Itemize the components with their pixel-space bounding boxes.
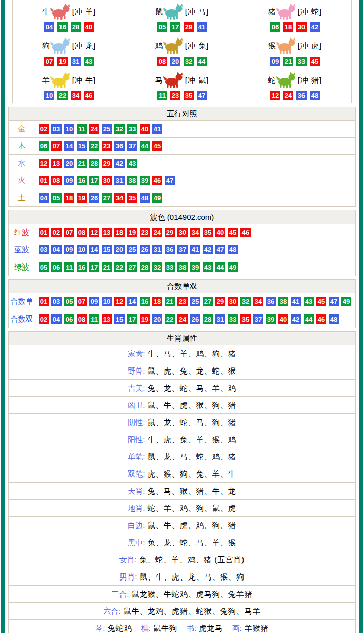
row-numbers: 0204060811131517192022242628313335373940… [35,310,341,328]
number-badge: 09 [64,245,74,254]
bose-rows: 红波 0102070812131819232429303435404546 蓝波… [9,224,355,276]
number-badge: 18 [114,228,125,237]
zodiac-numbers: 12243648 [269,91,321,100]
zodiac-cell-header: 鼠 [冲 马] [155,3,209,20]
number-badge: 33 [296,57,307,66]
number-badge: 43 [203,262,213,272]
number-badge: 45 [228,228,238,237]
zodiac-clash: [冲 兔] [185,42,209,49]
row-label: 火 [9,172,35,189]
number-badge: 40 [84,22,94,32]
attribute-row: 阴性: 鼠、龙、蛇、马、狗、猪 [9,414,355,431]
attribute-value: 兔、龙、蛇、马、羊、鸡 [145,384,236,392]
number-badge: 48 [310,91,320,100]
zodiac-numbers: 06183042 [269,22,321,32]
attribute-label: 棋: [141,624,151,632]
zodiac-clash: [冲 虎] [298,42,322,49]
attribute-label: 地肖: [128,504,145,512]
number-badge: 10 [64,124,74,134]
number-badge: 06 [270,22,280,32]
number-badge: 32 [184,57,194,66]
attribute-value: 兔、蛇、羊、鸡、猪 (五宫肖) [137,555,245,564]
number-badge: 10 [102,297,112,306]
attribute-value: 羊猴猪 [242,624,269,632]
number-badge: 46 [152,176,162,185]
zodiac-numbers: 10223446 [43,91,95,100]
wuxing-section-title: 五行对照 [9,107,355,121]
number-badge: 20 [114,245,125,254]
zodiac-cell: 狗 [冲 龙] 07193143 [13,34,126,69]
zodiac-cell: 羊 [冲 牛] 10223446 [13,69,126,103]
attribute-label: 阳性: [128,435,145,444]
attribute-value: 虎龙马 [196,624,223,632]
number-badge: 17 [89,176,99,185]
snake-icon [276,71,297,88]
attribute-segment: 三合: 鼠龙猴、牛蛇鸡、虎马狗、兔羊猪 [111,590,252,598]
attribute-row: 野兽: 鼠、虎、兔、龙、蛇、猴 [9,362,355,380]
number-badge: 45 [152,141,162,151]
attribute-value: 鼠、龙、蛇、马、狗、猪 [145,418,236,427]
number-badge: 31 [71,57,81,66]
number-badge: 15 [114,314,125,324]
row-label: 合数单 [9,293,35,310]
zodiac-cell-header: 猴 [冲 虎] [268,37,322,54]
number-badge: 07 [77,297,87,306]
number-badge: 21 [102,262,112,272]
number-badge: 43 [127,159,137,168]
number-badge: 38 [278,297,288,306]
attribute-label: 双笔: [128,469,145,478]
wuxing-row: 水 1213202128294243 [9,155,355,172]
zodiac-name: 狗 [42,42,50,49]
number-badge: 44 [197,57,207,66]
number-badge: 35 [127,193,137,203]
number-badge: 28 [71,22,81,32]
attribute-segment: 女肖: 兔、蛇、羊、鸡、猪 (五宫肖) [119,555,245,564]
number-badge: 48 [329,314,339,324]
number-badge: 03 [51,297,62,306]
row-numbers: 1213202128294243 [35,155,140,172]
number-badge: 15 [102,245,112,254]
number-badge: 19 [127,228,137,237]
zodiac-cell-header: 狗 [冲 龙] [42,37,96,54]
number-badge: 36 [266,297,276,306]
number-badge: 24 [89,124,99,134]
number-badge: 13 [102,314,112,324]
number-badge: 28 [89,159,99,168]
attribute-label: 家禽: [128,349,145,358]
number-badge: 20 [170,57,180,66]
attribute-segment: 双笔: 虎、猴、狗、兔、羊、牛 [128,469,236,478]
number-badge: 23 [140,228,150,237]
number-badge: 29 [215,297,225,306]
attribute-row: 白边: 鼠、牛、虎、鸡、狗、猪 [9,517,355,534]
zodiac-cell: 马 [冲 鼠] 11233547 [126,69,238,103]
number-badge: 11 [64,262,74,272]
zodiac-clash: [冲 龙] [72,42,96,49]
zodiac-name: 羊 [42,76,50,84]
number-badge: 20 [64,159,74,168]
number-badge: 41 [197,22,207,32]
attribute-segment: 六合: 鼠牛、龙鸡、虎猪、蛇猴、兔狗、马羊 [103,607,260,615]
attribute-value: 兔蛇鸡 [105,624,132,632]
row-numbers: 0103050709101214161821232527293032343638… [35,293,354,310]
number-badge: 09 [270,57,280,66]
number-badge: 17 [170,22,180,32]
number-badge: 04 [44,22,54,32]
number-badge: 24 [283,91,293,100]
number-badge: 26 [89,193,99,203]
zodiac-cell: 牛 [冲 羊] 04162840 [13,0,126,34]
number-badge: 12 [270,91,280,100]
number-badge: 32 [240,297,251,306]
attribute-segment: 阳性: 牛、虎、兔、羊、猴、鸡 [128,435,236,444]
attribute-value: 牛、马、羊、鸡、狗、猪 [145,349,236,358]
number-badge: 25 [127,245,137,254]
attribute-segment: 白边: 鼠、牛、虎、鸡、狗、猪 [128,521,236,530]
number-badge: 43 [304,297,314,306]
row-numbers: 0102070812131819232429303435404546 [35,224,253,241]
attribute-value: 兔、马、猴、猪、牛、龙 [145,487,236,495]
zodiac-cell-header: 鸡 [冲 兔] [155,37,209,54]
number-badge: 22 [57,91,68,100]
attribute-row: 天肖: 兔、马、猴、猪、牛、龙 [9,483,355,500]
number-badge: 13 [51,159,62,168]
number-badge: 21 [165,297,175,306]
goat-icon [50,71,72,88]
